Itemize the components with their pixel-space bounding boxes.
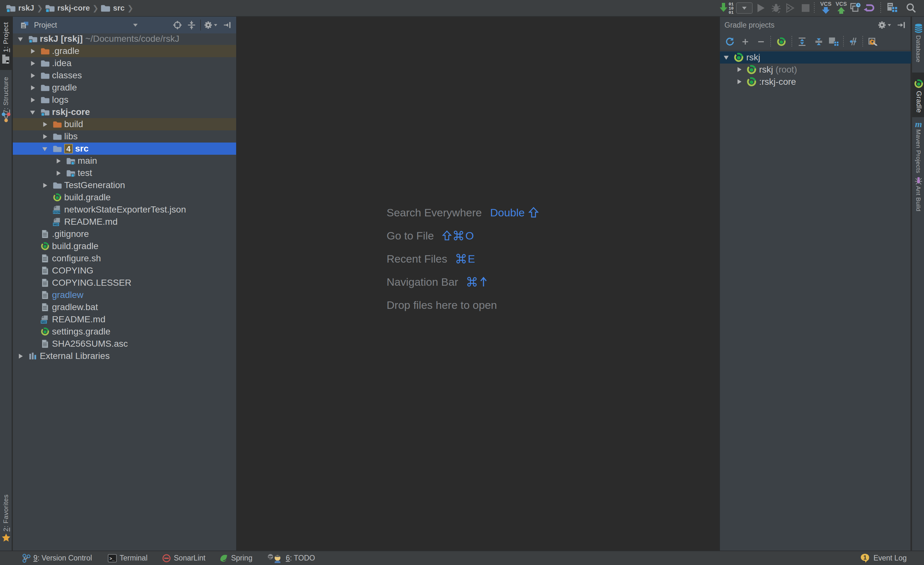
svg-text:JSON: JSON bbox=[52, 210, 60, 214]
svg-text:>_: >_ bbox=[110, 556, 114, 561]
svg-text:1: 1 bbox=[863, 554, 867, 561]
svg-text:VCS: VCS bbox=[820, 1, 832, 7]
svg-text:MD: MD bbox=[41, 320, 46, 324]
svg-text:m: m bbox=[915, 119, 922, 129]
svg-text:01: 01 bbox=[729, 10, 734, 15]
svg-text:MD: MD bbox=[54, 222, 58, 226]
svg-text:VCS: VCS bbox=[836, 1, 847, 7]
